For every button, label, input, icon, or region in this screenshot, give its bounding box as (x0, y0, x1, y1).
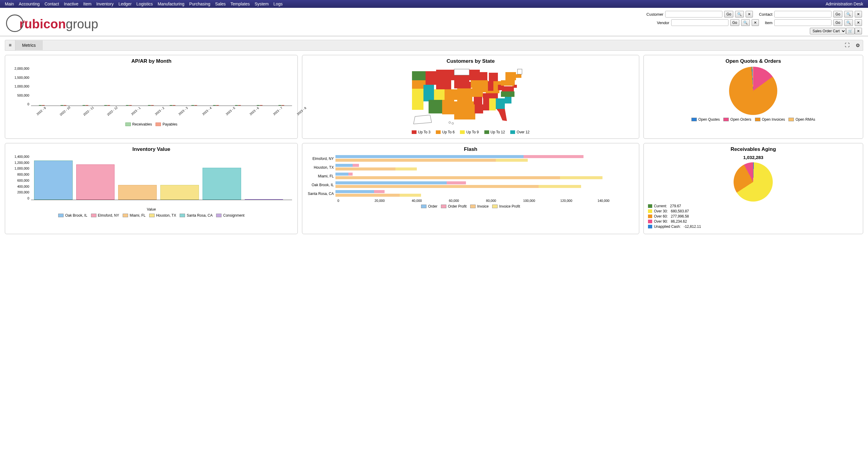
state-ks[interactable] (457, 88, 472, 95)
panel-quotes-orders: Open Quotes & Orders Open Quotes Open Or… (644, 55, 863, 139)
menu-admin-desk[interactable]: Administration Desk (824, 1, 866, 7)
state-nv[interactable] (424, 85, 434, 102)
state-al[interactable] (489, 98, 496, 110)
menu-purchasing[interactable]: Purchasing (187, 1, 213, 7)
state-ia[interactable] (471, 80, 481, 88)
state-ok[interactable] (457, 95, 472, 102)
legend-open-quotes: Open Quotes (698, 117, 720, 122)
recv-val-60: 277,996.58 (671, 214, 689, 219)
item-clear-icon[interactable]: ✕ (855, 19, 862, 26)
state-mt[interactable] (436, 70, 454, 80)
state-ut[interactable] (434, 89, 444, 100)
recv-val-unapplied: -12,812.11 (684, 225, 701, 229)
item-go-button[interactable]: Go (833, 19, 842, 26)
state-wa[interactable] (412, 71, 426, 80)
top-menubar: Main Accounting Contact Inactive Item In… (0, 0, 868, 8)
state-co[interactable] (444, 89, 457, 100)
state-az[interactable] (429, 100, 442, 113)
recv-label-90: Over 90: (654, 219, 668, 224)
state-tn[interactable] (483, 93, 498, 98)
state-sc[interactable] (505, 97, 512, 104)
item-search-icon[interactable]: 🔍 (844, 19, 853, 26)
cart-icon[interactable]: 🛒 (846, 28, 855, 34)
state-nm[interactable] (442, 100, 454, 114)
state-hi[interactable] (449, 122, 451, 123)
vendor-input[interactable] (671, 19, 728, 26)
contact-input[interactable] (774, 11, 832, 18)
menu-logistics[interactable]: Logistics (134, 1, 155, 7)
menu-system[interactable]: System (252, 1, 271, 7)
contact-clear-icon[interactable]: ✕ (855, 11, 862, 18)
flash-xtick: 120,000 (560, 199, 597, 202)
state-nc[interactable] (501, 91, 515, 97)
state-ar[interactable] (474, 97, 482, 105)
hamburger-icon[interactable]: ≡ (5, 40, 16, 50)
item-input[interactable] (774, 19, 832, 26)
state-ak[interactable] (413, 115, 432, 124)
state-me[interactable] (518, 69, 522, 74)
logo-the: the (23, 20, 28, 24)
state-md[interactable] (514, 85, 517, 88)
inv-ytick: 1,400,000 (9, 155, 29, 159)
state-wy[interactable] (436, 80, 451, 89)
state-mi[interactable] (489, 73, 498, 81)
flash-xtick: 40,000 (412, 199, 449, 202)
legend-open-orders: Open Orders (730, 117, 751, 122)
state-pa[interactable] (501, 80, 513, 86)
menu-inventory[interactable]: Inventory (94, 1, 116, 7)
state-wi[interactable] (480, 72, 487, 80)
state-mn[interactable] (469, 70, 480, 80)
flash-legend-iprofit: Invoice Profit (499, 204, 520, 208)
state-il[interactable] (481, 80, 488, 92)
state-tx[interactable] (454, 102, 475, 119)
state-ny[interactable] (505, 72, 516, 80)
state-fl[interactable] (496, 109, 507, 121)
recv-val-30: 680,583.87 (671, 209, 689, 213)
menu-sales[interactable]: Sales (213, 1, 228, 7)
menu-contact[interactable]: Contact (42, 1, 61, 7)
menu-item[interactable]: Item (81, 1, 94, 7)
menu-templates[interactable]: Templates (228, 1, 252, 7)
fullscreen-icon[interactable]: ⛶ (842, 41, 852, 50)
vendor-go-button[interactable]: Go (730, 19, 739, 26)
quotes-title: Open Quotes & Orders (648, 58, 859, 64)
state-in[interactable] (488, 81, 493, 91)
customer-search: Customer Go 🔍 ✕ (647, 11, 753, 18)
state-mo[interactable] (472, 88, 483, 97)
customer-search-icon[interactable]: 🔍 (735, 11, 744, 18)
cart-clear-icon[interactable]: ✕ (855, 28, 862, 34)
state-ne[interactable] (454, 82, 471, 88)
state-ca[interactable] (412, 89, 424, 110)
cart-select[interactable]: Sales Order Cart (810, 28, 846, 34)
state-sd[interactable] (454, 75, 469, 82)
state-id[interactable] (426, 71, 436, 85)
gear-icon[interactable]: ⚙ (852, 41, 863, 50)
contact-label: Contact (759, 12, 772, 17)
contact-go-button[interactable]: Go (833, 11, 842, 18)
state-ms[interactable] (483, 98, 489, 110)
menu-inactive[interactable]: Inactive (61, 1, 81, 7)
logo: therubicongroup (6, 11, 98, 31)
panel-flash: Flash Elmsford, NYHouston, TXMiami, FLOa… (302, 143, 639, 234)
state-la[interactable] (475, 105, 483, 113)
menu-main[interactable]: Main (2, 1, 16, 7)
state-nd[interactable] (454, 69, 469, 75)
customer-clear-icon[interactable]: ✕ (746, 11, 753, 18)
receivables-pie (734, 162, 773, 202)
state-ga[interactable] (496, 98, 505, 109)
state-ma[interactable] (516, 74, 521, 78)
contact-search-icon[interactable]: 🔍 (844, 11, 853, 18)
vendor-search-icon[interactable]: 🔍 (741, 19, 750, 26)
map-title: Customers by State (307, 58, 634, 64)
menu-manufacturing[interactable]: Manufacturing (155, 1, 187, 7)
menu-accounting[interactable]: Accounting (16, 1, 42, 7)
flash-row-label: Oak Brook, IL (307, 183, 336, 187)
customer-input[interactable] (665, 11, 722, 18)
menu-logs[interactable]: Logs (271, 1, 285, 7)
vendor-clear-icon[interactable]: ✕ (752, 19, 759, 26)
panel-receivables: Receivables Aging 1,032,283 Current:279.… (644, 143, 863, 234)
menu-ledger[interactable]: Ledger (116, 1, 134, 7)
tab-metrics[interactable]: Metrics (16, 40, 42, 50)
customer-go-button[interactable]: Go (724, 11, 733, 18)
inv-ytick: 1,200,000 (9, 161, 29, 165)
